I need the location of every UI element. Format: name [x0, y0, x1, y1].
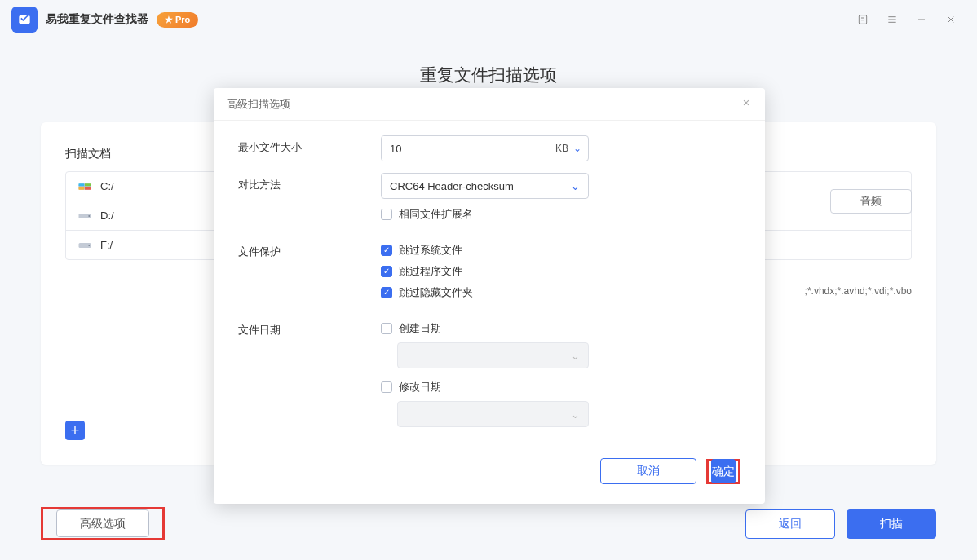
skip-system-checkbox[interactable] [381, 245, 392, 256]
skip-program-row[interactable]: 跳过程序文件 [381, 264, 740, 279]
row-protect: 文件保护 跳过系统文件 跳过程序文件 跳过隐藏文件夹 [238, 240, 740, 306]
create-date-checkbox[interactable] [381, 323, 392, 334]
chevron-down-icon: ⌄ [573, 143, 581, 154]
date-label: 文件日期 [238, 318, 381, 427]
skip-hidden-checkbox[interactable] [381, 287, 392, 298]
min-size-unit-select[interactable]: KB ⌄ [549, 136, 588, 161]
skip-hidden-label: 跳过隐藏文件夹 [399, 285, 473, 300]
create-date-select: ⌄ [397, 342, 589, 368]
modify-date-select: ⌄ [397, 401, 589, 427]
skip-hidden-row[interactable]: 跳过隐藏文件夹 [381, 285, 740, 300]
chevron-down-icon: ⌄ [571, 408, 580, 421]
same-ext-label: 相同文件扩展名 [399, 207, 473, 222]
skip-program-checkbox[interactable] [381, 266, 392, 277]
create-date-row[interactable]: 创建日期 [381, 321, 740, 336]
skip-system-row[interactable]: 跳过系统文件 [381, 243, 740, 258]
min-size-unit-label: KB [555, 143, 568, 154]
row-date: 文件日期 创建日期 ⌄ 修改日期 ⌄ [238, 318, 740, 427]
min-size-input[interactable] [382, 136, 549, 161]
chevron-down-icon: ⌄ [571, 350, 580, 362]
cancel-button[interactable]: 取消 [600, 458, 696, 484]
row-compare: 对比方法 CRC64 Header-checksum ⌄ 相同文件扩展名 [238, 173, 740, 228]
close-icon[interactable] [740, 97, 752, 112]
modify-date-label: 修改日期 [399, 380, 441, 395]
skip-system-label: 跳过系统文件 [399, 243, 462, 258]
dialog-title: 高级扫描选项 [227, 97, 290, 112]
dialog-overlay: 高级扫描选项 最小文件大小 KB ⌄ 对比 [0, 0, 977, 560]
same-ext-checkbox[interactable] [381, 209, 392, 220]
create-date-label: 创建日期 [399, 321, 441, 336]
compare-label: 对比方法 [238, 173, 381, 228]
skip-program-label: 跳过程序文件 [399, 264, 462, 279]
dialog-header: 高级扫描选项 [214, 88, 765, 121]
modify-date-checkbox[interactable] [381, 381, 392, 393]
compare-value: CRC64 Header-checksum [390, 180, 514, 192]
dialog-body: 最小文件大小 KB ⌄ 对比方法 CRC64 Header-checksum [214, 121, 765, 447]
ok-button[interactable]: 确定 [711, 459, 736, 483]
min-size-label: 最小文件大小 [238, 135, 381, 161]
min-size-input-group: KB ⌄ [381, 135, 589, 161]
ok-highlight: 确定 [706, 459, 740, 484]
same-ext-checkbox-row[interactable]: 相同文件扩展名 [381, 207, 589, 222]
chevron-down-icon: ⌄ [571, 180, 580, 192]
advanced-scan-dialog: 高级扫描选项 最小文件大小 KB ⌄ 对比 [214, 88, 765, 504]
compare-method-select[interactable]: CRC64 Header-checksum ⌄ [381, 173, 589, 199]
dialog-footer: 取消 确定 [214, 447, 765, 504]
row-min-size: 最小文件大小 KB ⌄ [238, 135, 740, 161]
modify-date-row[interactable]: 修改日期 [381, 380, 740, 395]
protect-label: 文件保护 [238, 240, 381, 306]
